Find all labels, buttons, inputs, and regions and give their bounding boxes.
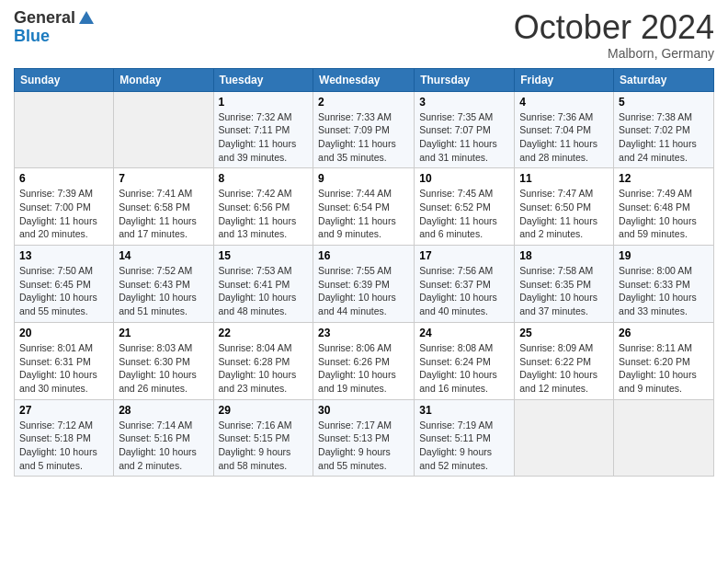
calendar-day-header: Monday [114, 68, 213, 91]
calendar-week-row: 13Sunrise: 7:50 AMSunset: 6:45 PMDayligh… [15, 246, 714, 323]
day-number: 13 [19, 249, 108, 262]
day-number: 21 [119, 327, 208, 339]
day-info: Sunrise: 7:42 AMSunset: 6:56 PMDaylight:… [219, 187, 309, 241]
day-info: Sunrise: 7:47 AMSunset: 6:50 PMDaylight:… [519, 187, 609, 241]
calendar-cell [515, 399, 614, 477]
title-block: October 2024 Malborn, Germany [514, 9, 714, 61]
calendar-cell: 9Sunrise: 7:44 AMSunset: 6:54 PMDaylight… [313, 168, 415, 246]
calendar-cell: 30Sunrise: 7:17 AMSunset: 5:13 PMDayligh… [313, 399, 415, 477]
calendar-cell: 11Sunrise: 7:47 AMSunset: 6:50 PMDayligh… [515, 168, 614, 246]
calendar-week-row: 6Sunrise: 7:39 AMSunset: 7:00 PMDaylight… [15, 168, 714, 246]
day-info: Sunrise: 7:56 AMSunset: 6:37 PMDaylight:… [419, 264, 509, 318]
day-info: Sunrise: 7:19 AMSunset: 5:11 PMDaylight:… [419, 419, 509, 473]
calendar-cell [614, 399, 714, 477]
calendar-day-header: Thursday [415, 68, 515, 91]
calendar-day-header: Friday [515, 68, 614, 91]
day-number: 17 [419, 249, 509, 262]
calendar-week-row: 1Sunrise: 7:32 AMSunset: 7:11 PMDaylight… [15, 91, 714, 168]
day-info: Sunrise: 8:03 AMSunset: 6:30 PMDaylight:… [119, 341, 208, 396]
day-number: 19 [619, 249, 709, 262]
day-info: Sunrise: 8:06 AMSunset: 6:26 PMDaylight:… [318, 341, 409, 396]
day-number: 5 [619, 96, 709, 109]
day-number: 9 [318, 172, 409, 185]
svg-marker-0 [79, 11, 94, 24]
logo-icon [77, 9, 96, 28]
day-number: 20 [19, 327, 108, 339]
day-number: 25 [519, 327, 609, 339]
day-info: Sunrise: 8:11 AMSunset: 6:20 PMDaylight:… [619, 341, 709, 396]
calendar-cell: 25Sunrise: 8:09 AMSunset: 6:22 PMDayligh… [515, 322, 614, 399]
day-info: Sunrise: 7:53 AMSunset: 6:41 PMDaylight:… [219, 264, 309, 318]
calendar-cell: 28Sunrise: 7:14 AMSunset: 5:16 PMDayligh… [114, 399, 213, 477]
location: Malborn, Germany [514, 46, 714, 61]
calendar-cell: 1Sunrise: 7:32 AMSunset: 7:11 PMDaylight… [213, 91, 313, 168]
day-number: 1 [219, 96, 309, 109]
day-info: Sunrise: 8:01 AMSunset: 6:31 PMDaylight:… [19, 341, 108, 396]
day-number: 16 [318, 249, 409, 262]
day-number: 2 [318, 96, 409, 109]
day-number: 3 [419, 96, 509, 109]
day-number: 15 [219, 249, 309, 262]
calendar-cell: 19Sunrise: 8:00 AMSunset: 6:33 PMDayligh… [614, 246, 714, 323]
day-info: Sunrise: 7:32 AMSunset: 7:11 PMDaylight:… [219, 110, 309, 165]
calendar-cell: 17Sunrise: 7:56 AMSunset: 6:37 PMDayligh… [415, 246, 515, 323]
day-info: Sunrise: 7:39 AMSunset: 7:00 PMDaylight:… [19, 187, 108, 241]
day-info: Sunrise: 7:38 AMSunset: 7:02 PMDaylight:… [619, 110, 709, 165]
day-number: 27 [19, 404, 108, 417]
day-number: 4 [519, 96, 609, 109]
day-info: Sunrise: 7:45 AMSunset: 6:52 PMDaylight:… [419, 187, 509, 241]
calendar-cell: 6Sunrise: 7:39 AMSunset: 7:00 PMDaylight… [15, 168, 114, 246]
calendar-cell: 10Sunrise: 7:45 AMSunset: 6:52 PMDayligh… [415, 168, 515, 246]
calendar-cell: 27Sunrise: 7:12 AMSunset: 5:18 PMDayligh… [15, 399, 114, 477]
day-number: 23 [318, 327, 409, 339]
calendar-cell: 15Sunrise: 7:53 AMSunset: 6:41 PMDayligh… [213, 246, 313, 323]
day-info: Sunrise: 7:50 AMSunset: 6:45 PMDaylight:… [19, 264, 108, 318]
day-number: 31 [419, 404, 509, 417]
day-number: 14 [119, 249, 208, 262]
day-info: Sunrise: 7:12 AMSunset: 5:18 PMDaylight:… [19, 419, 108, 473]
logo-general-text: General [14, 9, 75, 28]
day-number: 11 [519, 172, 609, 185]
calendar-day-header: Saturday [614, 68, 714, 91]
calendar-table: SundayMondayTuesdayWednesdayThursdayFrid… [14, 68, 714, 477]
day-info: Sunrise: 7:17 AMSunset: 5:13 PMDaylight:… [318, 419, 409, 473]
day-info: Sunrise: 8:08 AMSunset: 6:24 PMDaylight:… [419, 341, 509, 396]
day-info: Sunrise: 7:44 AMSunset: 6:54 PMDaylight:… [318, 187, 409, 241]
day-info: Sunrise: 7:33 AMSunset: 7:09 PMDaylight:… [318, 110, 409, 165]
calendar-day-header: Sunday [15, 68, 114, 91]
calendar-cell: 31Sunrise: 7:19 AMSunset: 5:11 PMDayligh… [415, 399, 515, 477]
page: General Blue October 2024 Malborn, Germa… [0, 0, 728, 563]
day-number: 22 [219, 327, 309, 339]
calendar-cell: 26Sunrise: 8:11 AMSunset: 6:20 PMDayligh… [614, 322, 714, 399]
day-number: 29 [219, 404, 309, 417]
header: General Blue October 2024 Malborn, Germa… [14, 9, 714, 61]
calendar-cell: 23Sunrise: 8:06 AMSunset: 6:26 PMDayligh… [313, 322, 415, 399]
calendar-cell [15, 91, 114, 168]
day-info: Sunrise: 7:58 AMSunset: 6:35 PMDaylight:… [519, 264, 609, 318]
day-number: 8 [219, 172, 309, 185]
day-number: 7 [119, 172, 208, 185]
day-number: 12 [619, 172, 709, 185]
calendar-day-header: Tuesday [213, 68, 313, 91]
calendar-cell: 4Sunrise: 7:36 AMSunset: 7:04 PMDaylight… [515, 91, 614, 168]
day-number: 10 [419, 172, 509, 185]
calendar-week-row: 20Sunrise: 8:01 AMSunset: 6:31 PMDayligh… [15, 322, 714, 399]
day-info: Sunrise: 7:36 AMSunset: 7:04 PMDaylight:… [519, 110, 609, 165]
calendar-cell: 2Sunrise: 7:33 AMSunset: 7:09 PMDaylight… [313, 91, 415, 168]
day-info: Sunrise: 8:04 AMSunset: 6:28 PMDaylight:… [219, 341, 309, 396]
day-info: Sunrise: 7:16 AMSunset: 5:15 PMDaylight:… [219, 419, 309, 473]
calendar-cell: 5Sunrise: 7:38 AMSunset: 7:02 PMDaylight… [614, 91, 714, 168]
calendar-header-row: SundayMondayTuesdayWednesdayThursdayFrid… [15, 68, 714, 91]
day-info: Sunrise: 8:00 AMSunset: 6:33 PMDaylight:… [619, 264, 709, 318]
month-title: October 2024 [514, 9, 714, 46]
day-number: 26 [619, 327, 709, 339]
logo: General Blue [14, 9, 96, 46]
calendar-cell [114, 91, 213, 168]
calendar-cell: 14Sunrise: 7:52 AMSunset: 6:43 PMDayligh… [114, 246, 213, 323]
calendar-cell: 24Sunrise: 8:08 AMSunset: 6:24 PMDayligh… [415, 322, 515, 399]
day-info: Sunrise: 7:35 AMSunset: 7:07 PMDaylight:… [419, 110, 509, 165]
day-info: Sunrise: 7:52 AMSunset: 6:43 PMDaylight:… [119, 264, 208, 318]
day-info: Sunrise: 7:55 AMSunset: 6:39 PMDaylight:… [318, 264, 409, 318]
calendar-cell: 21Sunrise: 8:03 AMSunset: 6:30 PMDayligh… [114, 322, 213, 399]
calendar-cell: 8Sunrise: 7:42 AMSunset: 6:56 PMDaylight… [213, 168, 313, 246]
